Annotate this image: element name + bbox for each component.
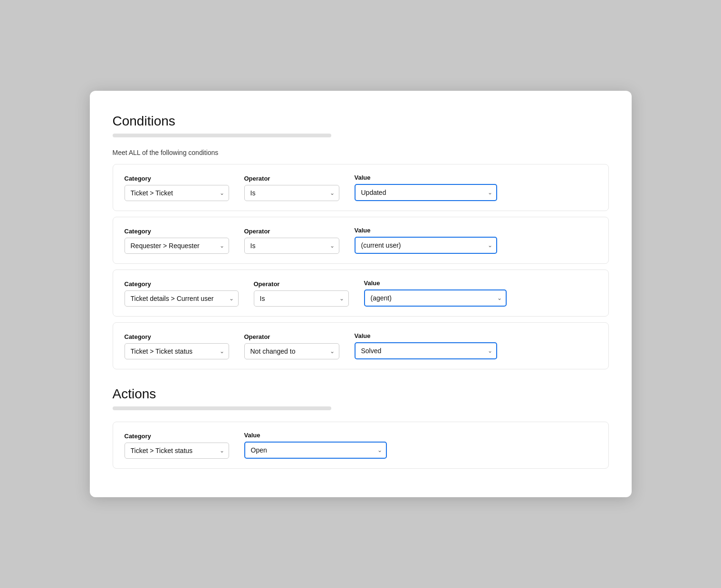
condition-2-operator-select[interactable]: Is: [244, 238, 339, 254]
condition-2-operator-label: Operator: [244, 228, 339, 235]
condition-2-fields: Category Requester > Requester ⌄ Operato…: [125, 227, 597, 254]
condition-4-operator-wrapper: Not changed to ⌄: [244, 343, 339, 359]
condition-1-category-select[interactable]: Ticket > Ticket: [125, 185, 229, 201]
condition-2-value-select[interactable]: (current user): [355, 237, 497, 254]
action-1-category-label: Category: [125, 433, 229, 440]
condition-2-category-label: Category: [125, 228, 229, 235]
condition-2-operator-block: Operator Is ⌄: [244, 228, 339, 254]
condition-3-value-select[interactable]: (agent): [364, 289, 507, 307]
condition-3-value-wrapper: (agent) ⌄: [364, 289, 507, 307]
condition-4-operator-label: Operator: [244, 333, 339, 340]
condition-3-category-label: Category: [125, 280, 239, 288]
actions-divider: [113, 406, 331, 410]
condition-4-value-label: Value: [355, 332, 497, 339]
condition-2-category-select[interactable]: Requester > Requester: [125, 238, 229, 254]
condition-4-operator-block: Operator Not changed to ⌄: [244, 333, 339, 359]
conditions-subtitle: Meet ALL of the following conditions: [113, 149, 609, 156]
action-1-value-label: Value: [244, 432, 387, 439]
action-1-fields: Category Ticket > Ticket status ⌄ Value …: [125, 432, 597, 459]
condition-1-fields: Category Ticket > Ticket ⌄ Operator Is: [125, 174, 597, 201]
condition-4-value-wrapper: Solved ⌄: [355, 342, 497, 359]
condition-1-value-block: Value Updated ⌄: [355, 174, 497, 201]
condition-2-value-label: Value: [355, 227, 497, 234]
action-1-category-wrapper: Ticket > Ticket status ⌄: [125, 443, 229, 459]
condition-1-value-select[interactable]: Updated: [355, 184, 497, 201]
condition-4-category-wrapper: Ticket > Ticket status ⌄: [125, 343, 229, 359]
condition-2-category-wrapper: Requester > Requester ⌄: [125, 238, 229, 254]
condition-1-value-wrapper: Updated ⌄: [355, 184, 497, 201]
condition-3-operator-block: Operator Is ⌄: [254, 280, 349, 307]
action-1-value-select[interactable]: Open: [244, 442, 387, 459]
action-1-category-select[interactable]: Ticket > Ticket status: [125, 443, 229, 459]
action-1-category-block: Category Ticket > Ticket status ⌄: [125, 433, 229, 459]
condition-3-fields: Category Ticket details > Current user ⌄…: [125, 280, 597, 307]
condition-3-category-select[interactable]: Ticket details > Current user: [125, 290, 239, 307]
actions-section: Actions Category Ticket > Ticket status …: [113, 386, 609, 469]
condition-1-category-block: Category Ticket > Ticket ⌄: [125, 175, 229, 201]
condition-2-category-block: Category Requester > Requester ⌄: [125, 228, 229, 254]
condition-1-operator-select[interactable]: Is: [244, 185, 339, 201]
action-1-value-block: Value Open ⌄: [244, 432, 387, 459]
condition-row-2: Category Requester > Requester ⌄ Operato…: [113, 217, 609, 264]
condition-row-1: Category Ticket > Ticket ⌄ Operator Is: [113, 164, 609, 211]
condition-3-operator-wrapper: Is ⌄: [254, 290, 349, 307]
condition-2-operator-wrapper: Is ⌄: [244, 238, 339, 254]
condition-4-category-block: Category Ticket > Ticket status ⌄: [125, 333, 229, 359]
condition-2-value-block: Value (current user) ⌄: [355, 227, 497, 254]
condition-3-operator-select[interactable]: Is: [254, 290, 349, 307]
condition-3-category-wrapper: Ticket details > Current user ⌄: [125, 290, 239, 307]
condition-4-fields: Category Ticket > Ticket status ⌄ Operat…: [125, 332, 597, 359]
conditions-section: Conditions Meet ALL of the following con…: [113, 114, 609, 369]
condition-3-value-label: Value: [364, 280, 507, 287]
condition-4-category-select[interactable]: Ticket > Ticket status: [125, 343, 229, 359]
condition-4-category-label: Category: [125, 333, 229, 340]
condition-1-category-label: Category: [125, 175, 229, 182]
condition-1-value-label: Value: [355, 174, 497, 181]
condition-row-4: Category Ticket > Ticket status ⌄ Operat…: [113, 322, 609, 369]
condition-3-value-block: Value (agent) ⌄: [364, 280, 507, 307]
condition-3-category-block: Category Ticket details > Current user ⌄: [125, 280, 239, 307]
action-1-value-wrapper: Open ⌄: [244, 442, 387, 459]
condition-4-value-block: Value Solved ⌄: [355, 332, 497, 359]
action-row-1: Category Ticket > Ticket status ⌄ Value …: [113, 422, 609, 469]
condition-1-operator-wrapper: Is ⌄: [244, 185, 339, 201]
condition-1-category-wrapper: Ticket > Ticket ⌄: [125, 185, 229, 201]
actions-title: Actions: [113, 386, 609, 402]
condition-3-operator-label: Operator: [254, 280, 349, 288]
condition-4-operator-select[interactable]: Not changed to: [244, 343, 339, 359]
condition-row-3: Category Ticket details > Current user ⌄…: [113, 270, 609, 317]
condition-1-operator-label: Operator: [244, 175, 339, 182]
conditions-title: Conditions: [113, 114, 609, 129]
condition-4-value-select[interactable]: Solved: [355, 342, 497, 359]
condition-1-operator-block: Operator Is ⌄: [244, 175, 339, 201]
conditions-divider: [113, 134, 331, 137]
main-window: Conditions Meet ALL of the following con…: [90, 91, 632, 497]
condition-2-value-wrapper: (current user) ⌄: [355, 237, 497, 254]
